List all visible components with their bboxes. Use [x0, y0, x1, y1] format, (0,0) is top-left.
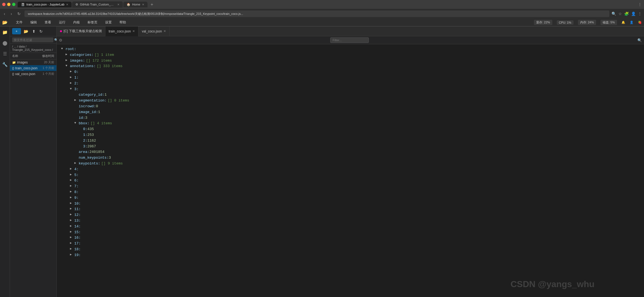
tab-notebook[interactable]: [C] 下载三角板关键点检测 — [57, 26, 105, 36]
expand-arrow[interactable]: ► — [66, 52, 69, 57]
expand-arrow[interactable]: ► — [70, 195, 73, 200]
expand-arrow[interactable]: ► — [70, 247, 73, 252]
json-meta: [] 0 items — [108, 98, 129, 104]
expand-arrow[interactable]: ► — [70, 184, 73, 189]
running-icon[interactable]: ⬤ — [1, 39, 9, 47]
minimize-window-button[interactable] — [7, 3, 10, 6]
menu-edit[interactable]: 编辑 — [29, 20, 39, 25]
expand-arrow[interactable]: ▼ — [74, 121, 78, 126]
expand-arrow[interactable]: ► — [70, 207, 73, 211]
json-node-ann-4: ► 4: — [70, 167, 640, 172]
expand-arrow[interactable]: ▼ — [66, 64, 69, 68]
json-node-ann-11: ► 11: — [70, 207, 640, 212]
file-item-images[interactable]: 📁images 20 天前 — [10, 59, 56, 65]
json-key: categories: — [70, 52, 94, 58]
browser-tab-github[interactable]: ⚙ GitHub Train_Custom_Dataset/关键点 ✕ — [72, 1, 123, 8]
json-field-category-id: ► category_id: 1 — [74, 92, 640, 98]
root-expand-arrow[interactable]: ▼ — [61, 46, 64, 51]
json-node-ann-18: ► 18: — [70, 247, 640, 252]
expand-arrow[interactable]: ► — [70, 172, 73, 177]
new-file-button[interactable]: ＋ — [12, 28, 21, 34]
expand-arrow[interactable]: ► — [70, 189, 73, 194]
expand-arrow[interactable]: ► — [70, 178, 73, 183]
new-folder-button[interactable]: 📂 — [23, 29, 29, 34]
expand-arrow[interactable]: ► — [70, 75, 73, 80]
expand-arrow[interactable]: ► — [70, 252, 73, 257]
menu-run[interactable]: 运行 — [57, 20, 67, 25]
expand-arrow[interactable]: ► — [70, 224, 73, 229]
json-node-keypoints: ► keypoints: [] 9 items — [74, 161, 640, 167]
modified-column-header: 修改时间 — [42, 54, 54, 58]
expand-arrow[interactable]: ► — [70, 218, 73, 223]
expand-arrow[interactable]: ▼ — [70, 87, 73, 92]
profile-icon[interactable]: 👤 — [631, 12, 636, 16]
extensions-icon[interactable]: 🧩 — [624, 12, 629, 16]
expand-arrow[interactable]: ► — [66, 58, 69, 63]
json-key: 1: — [74, 75, 79, 81]
menu-view[interactable]: 查看 — [43, 20, 53, 25]
url-input[interactable] — [24, 10, 609, 17]
tab-close-button[interactable]: ✕ — [117, 3, 119, 6]
menu-tabs[interactable]: 标签页 — [86, 20, 99, 25]
expand-arrow[interactable]: ► — [74, 98, 78, 103]
json-node-ann-3: ▼ 3: — [70, 87, 640, 92]
forward-button[interactable]: › — [9, 11, 14, 16]
tab-val-coco[interactable]: val_coco.json ✕ — [138, 26, 170, 36]
search-icon[interactable]: 🔍 — [612, 12, 616, 16]
breadcrumb: / ... / data / Triangle_215_Keypoint_coc… — [10, 44, 56, 53]
close-window-button[interactable] — [2, 3, 6, 6]
expand-arrow[interactable]: ► — [70, 69, 73, 74]
expand-arrow[interactable]: ► — [70, 201, 73, 206]
json-node-ann-9: ► 9: — [70, 195, 640, 201]
main-layout: 📁 ⬤ ☰ 🔧 ＋ 📂 ⬆ ↻ 🔍 / ... / data / Triangl… — [0, 26, 644, 297]
file-item-val-coco[interactable]: {}val_coco.json 1 个月前 — [10, 71, 56, 77]
new-tab-button[interactable]: ＋ — [148, 2, 156, 7]
settings-icon[interactable]: ⚙ — [59, 38, 62, 42]
refresh-files-button[interactable]: ↻ — [38, 29, 44, 34]
json-key: bbox: — [79, 121, 89, 127]
bell-icon[interactable]: 🔔 — [621, 21, 625, 24]
file-date: 1 个月前 — [43, 66, 54, 70]
menu-icon[interactable]: ⋮ — [638, 12, 642, 16]
tab-train-coco[interactable]: train_coco.json ✕ — [105, 26, 139, 36]
expand-arrow[interactable]: ► — [70, 81, 73, 86]
maximize-window-button[interactable] — [12, 3, 15, 6]
tab-close-button[interactable]: ✕ — [142, 3, 144, 6]
expand-arrow[interactable]: ► — [74, 161, 78, 166]
file-item-train-coco[interactable]: {}train_coco.json 1 个月前 — [10, 65, 56, 71]
menu-kernel[interactable]: 内核 — [72, 20, 81, 25]
json-value: 1 — [105, 92, 107, 98]
file-search-input[interactable] — [12, 37, 53, 42]
json-node-ann-5: ► 5: — [70, 172, 640, 178]
expand-arrow[interactable]: ► — [70, 230, 73, 235]
tab-close-button[interactable]: ✕ — [66, 3, 68, 6]
expand-arrow[interactable]: ► — [70, 241, 73, 246]
expand-arrow[interactable]: ► — [70, 167, 73, 172]
tab-close-icon[interactable]: ✕ — [163, 29, 166, 33]
upload-button[interactable]: ⬆ — [31, 29, 37, 34]
browser-tab-home[interactable]: 🏠 Home ✕ — [123, 2, 147, 7]
back-button[interactable]: ‹ — [2, 11, 7, 16]
browser-tab-jupyterlab[interactable]: 📓 train_coco.json - JupyterLab ✕ — [18, 2, 72, 7]
json-filter-input[interactable] — [330, 37, 369, 43]
menu-file[interactable]: 文件 — [14, 20, 24, 25]
menu-help[interactable]: 帮助 — [118, 20, 128, 25]
file-name: val_coco.json — [15, 72, 35, 76]
filter-search-icon[interactable]: 🔍 — [637, 38, 642, 42]
extensions-sidebar-icon[interactable]: 🔧 — [1, 61, 9, 68]
expand-arrow[interactable]: ► — [70, 235, 73, 240]
bookmark-star-icon[interactable]: ☆ — [618, 12, 622, 16]
status-indicators: 显存: 22% CPU: 1% 内存: 24% 磁盘: 5% 🔔 👤 🍓 — [534, 20, 642, 25]
files-icon[interactable]: 📁 — [1, 29, 9, 36]
expand-arrow[interactable]: ► — [70, 212, 73, 217]
browser-settings-icon[interactable]: ⋮ — [638, 2, 642, 7]
tab-favicon: ⚙ — [75, 3, 78, 6]
json-node-ann-12: ► 12: — [70, 212, 640, 218]
json-node-ann-1: ► 1: — [70, 75, 640, 81]
menu-settings[interactable]: 设置 — [103, 20, 113, 25]
table-of-contents-icon[interactable]: ☰ — [2, 50, 8, 57]
refresh-button[interactable]: ↻ — [16, 11, 22, 16]
tab-close-icon[interactable]: ✕ — [132, 29, 135, 33]
user-icon[interactable]: 👤 — [630, 21, 634, 24]
cpu-status: CPU: 1% — [557, 20, 574, 25]
